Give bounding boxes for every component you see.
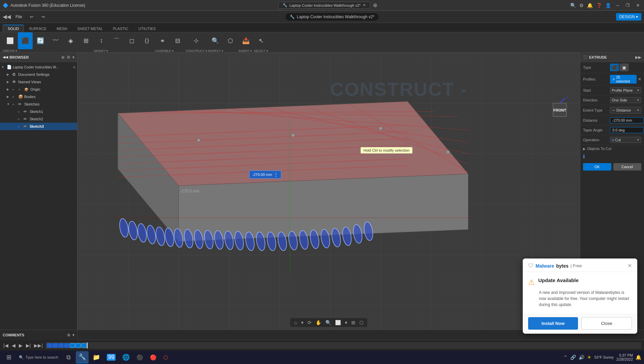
toolbar-construct[interactable]: ⊹ bbox=[189, 32, 204, 49]
select-group-label[interactable]: SELECT ▾ bbox=[254, 49, 269, 53]
toolbar-inspect[interactable]: 🔍 bbox=[208, 32, 223, 49]
extrude-objects-to-cut[interactable]: ▶ Objects To Cut bbox=[580, 145, 644, 152]
search-icon[interactable]: 🔍 bbox=[570, 3, 576, 8]
toolbar-rigid-group[interactable]: ⊟ bbox=[170, 32, 185, 49]
taskbar-notification-btn[interactable]: 🔔 bbox=[636, 355, 641, 360]
notification-icon[interactable]: 🔔 bbox=[587, 3, 593, 8]
document-tab-close[interactable]: ✕ bbox=[363, 3, 366, 7]
comments-collapse-btn[interactable]: ▾ bbox=[72, 333, 74, 337]
tree-item-sketch2[interactable]: ▶ ○ ✏ Sketch2 bbox=[0, 115, 77, 123]
create-group-label[interactable]: CREATE ▾ bbox=[3, 49, 93, 53]
menu-undo[interactable]: ↩ bbox=[27, 13, 37, 21]
timeline-item-2[interactable] bbox=[53, 343, 58, 348]
comments-add-btn[interactable]: ⊕ bbox=[67, 333, 70, 337]
browser-settings-btn[interactable]: ⚙ bbox=[67, 55, 70, 60]
vp-zoom-btn[interactable]: 🔍 bbox=[324, 319, 332, 326]
malwarebytes-header-close[interactable]: ✕ bbox=[627, 263, 632, 269]
back-btn[interactable]: ◀◀ bbox=[3, 13, 11, 20]
extrude-type-surface-btn[interactable]: ▣ bbox=[620, 64, 629, 71]
taskbar-task-view-btn[interactable]: ⧉ bbox=[62, 351, 74, 363]
timeline-prev-btn[interactable]: ◀ bbox=[11, 342, 16, 349]
taskbar-chrome[interactable]: 🌐 bbox=[120, 351, 132, 363]
toolbar-fillet[interactable]: ⌒ bbox=[109, 32, 124, 49]
taskbar-app2[interactable]: 🔴 bbox=[147, 351, 159, 363]
toolbar-press-pull[interactable]: ↕ bbox=[94, 32, 109, 49]
vp-orbit-btn[interactable]: ⟳ bbox=[306, 319, 313, 326]
toolbar-rib[interactable]: ⊞ bbox=[78, 32, 93, 49]
timeline-next-btn[interactable]: ▶| bbox=[25, 342, 32, 349]
toolbar-extrude[interactable]: ⬛ bbox=[18, 32, 33, 49]
taskbar-discord[interactable]: ⚫ bbox=[134, 351, 146, 363]
construct-group-label[interactable]: CONSTRUCT ▾ bbox=[186, 49, 207, 53]
extrude-profiles-clear[interactable]: ✕ bbox=[638, 77, 641, 82]
extrude-ok-btn[interactable]: OK bbox=[583, 163, 611, 171]
settings-icon[interactable]: ⚙ bbox=[579, 3, 584, 8]
vp-grid-settings-btn[interactable]: ⊞ bbox=[350, 319, 357, 326]
taskbar-volume-icon[interactable]: 🔊 bbox=[579, 355, 584, 360]
vp-zoom-extents-btn[interactable]: ⬜ bbox=[334, 319, 342, 326]
taskbar-search[interactable]: 🔍 Type here to search bbox=[16, 351, 61, 363]
tree-item-doc-settings[interactable]: ▶ ⚙ Document Settings bbox=[0, 71, 77, 78]
insert-group-label[interactable]: INSERT ▾ bbox=[238, 49, 253, 53]
browser-collapse-btn[interactable]: ▾ bbox=[72, 55, 74, 60]
timeline-item-3[interactable] bbox=[58, 343, 64, 348]
taskbar-start-btn[interactable]: ⊞ bbox=[3, 351, 15, 363]
taskbar-file-explorer[interactable]: 📁 bbox=[90, 351, 103, 363]
extrude-type-solid-btn[interactable]: ⬛ bbox=[610, 64, 619, 71]
vp-pan-btn[interactable]: ✋ bbox=[314, 319, 323, 326]
account-icon[interactable]: 👤 bbox=[605, 3, 611, 8]
extrude-cancel-btn[interactable]: Cancel bbox=[613, 163, 642, 171]
tree-item-sketches[interactable]: ▼ ○ ✏ Sketches bbox=[0, 100, 77, 108]
extrude-profiles-badge[interactable]: ↗ 25 selected bbox=[610, 75, 637, 84]
toolbar-draft[interactable]: ⟨⟩ bbox=[139, 32, 154, 49]
timeline-item-5[interactable] bbox=[70, 343, 75, 348]
timeline-start-btn[interactable]: |◀ bbox=[3, 342, 9, 349]
dimension-handle[interactable]: ⋮ bbox=[273, 172, 278, 177]
toolbar-revolve[interactable]: 🔄 bbox=[33, 32, 48, 49]
extrude-direction-select[interactable]: One Side ▼ bbox=[610, 97, 641, 103]
toolbar-joint[interactable]: ⚭ bbox=[155, 32, 170, 49]
tab-surface[interactable]: SURFACE bbox=[24, 25, 52, 32]
extrude-extent-type-select[interactable]: ↔ Distance ▼ bbox=[610, 107, 641, 114]
tab-mesh[interactable]: MESH bbox=[52, 25, 72, 32]
menu-file[interactable]: File bbox=[12, 13, 25, 21]
tab-sheet-metal[interactable]: SHEET METAL bbox=[72, 25, 108, 32]
new-tab-btn[interactable]: ⊕ bbox=[373, 2, 377, 8]
vp-perspective-btn[interactable]: ▾ bbox=[300, 319, 305, 326]
toolbar-section[interactable]: ⬡ bbox=[223, 32, 238, 49]
timeline-item-6[interactable] bbox=[75, 343, 81, 348]
viewport[interactable]: -270.0 mm CONSTRUCT - Hold Ctrl to modif… bbox=[77, 53, 580, 330]
inspect-group-label[interactable]: INSPECT ▾ bbox=[208, 49, 238, 53]
menu-redo[interactable]: ↪ bbox=[38, 13, 48, 21]
tree-item-origin[interactable]: ▶ ○ ○ 📦 Origin bbox=[0, 86, 77, 93]
taskbar-app-99[interactable]: 99 bbox=[104, 351, 118, 363]
toolbar-shell[interactable]: ◻ bbox=[124, 32, 139, 49]
extrude-info-icon[interactable]: ℹ bbox=[583, 154, 585, 159]
timeline-play-btn[interactable]: ▶ bbox=[18, 342, 23, 349]
tree-item-named-views[interactable]: ▶ 👁 Named Views bbox=[0, 78, 77, 86]
timeline-item-4[interactable] bbox=[64, 343, 69, 348]
taskbar-network-icon[interactable]: 🔗 bbox=[570, 355, 576, 360]
assemble-group-label[interactable]: ASSEMBLE ▾ bbox=[155, 49, 185, 53]
close-btn[interactable]: ✕ bbox=[635, 2, 641, 9]
browser-collapse-icon[interactable]: ◀◀ bbox=[3, 55, 8, 59]
tab-plastic[interactable]: PLASTIC bbox=[108, 25, 133, 32]
malwarebytes-install-btn[interactable]: Install Now bbox=[528, 317, 578, 330]
tab-solid[interactable]: SOLID bbox=[3, 25, 24, 32]
modify-group-label[interactable]: MODIFY ▾ bbox=[94, 49, 154, 53]
help-icon[interactable]: ❓ bbox=[596, 3, 602, 8]
extrude-operation-select[interactable]: ⊖ Cut ▼ bbox=[610, 137, 641, 143]
vp-home-btn[interactable]: ⌂ bbox=[293, 319, 298, 326]
timeline-item-7[interactable] bbox=[81, 343, 87, 348]
tree-settings-root[interactable]: ⚙ bbox=[73, 65, 76, 69]
taskbar-chevron-icon[interactable]: ⌃ bbox=[564, 355, 568, 360]
tree-item-sketch3[interactable]: ▶ ○ ✏ Sketch3 bbox=[0, 123, 77, 130]
dimension-tooltip[interactable]: -270.00 mm ⋮ bbox=[249, 171, 281, 179]
browser-add-btn[interactable]: ⊕ bbox=[61, 55, 65, 60]
tab-utilities[interactable]: UTILITIES bbox=[133, 25, 161, 32]
vp-display-settings-btn[interactable]: ▾ bbox=[344, 319, 349, 326]
minimize-btn[interactable]: ─ bbox=[614, 2, 621, 9]
extrude-taper-input[interactable] bbox=[610, 127, 644, 133]
tree-item-root[interactable]: ▼ 📄 Laptop Cooler Instrucibles W... ⚙ bbox=[0, 63, 77, 71]
taskbar-datetime[interactable]: 5:37 PM 2/28/2022 bbox=[616, 353, 633, 361]
